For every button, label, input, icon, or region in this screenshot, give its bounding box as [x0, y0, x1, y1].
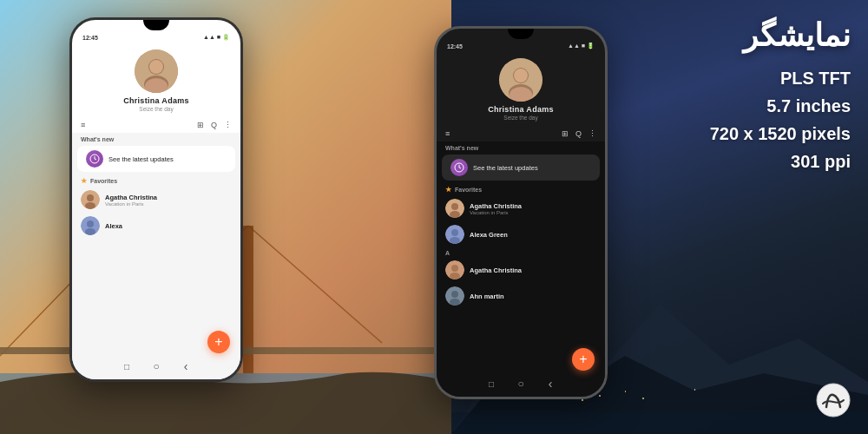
nav-home-left[interactable]: ○: [150, 360, 162, 372]
profile-section-left: Christina Adams Seize the day: [72, 43, 240, 117]
contact-info-3-right: Agatha Christina: [470, 266, 596, 274]
svg-point-36: [451, 229, 458, 236]
persian-title: نمایشگر: [710, 17, 851, 54]
contact-info-1-left: Agatha Christina Vacation in Paris: [105, 194, 232, 207]
search-icon-left[interactable]: Q: [211, 121, 217, 129]
updates-item-left[interactable]: See the latest updates: [77, 146, 235, 172]
contact-avatar-1-right: [445, 199, 464, 218]
signal-right: ▲▲ ■ 🔋: [568, 43, 595, 49]
contact-sub-1-left: Vacation in Paris: [105, 201, 232, 207]
profile-tagline-left: Seize the day: [139, 106, 173, 112]
avatar-left: [135, 49, 178, 93]
hamburger-icon-left[interactable]: ≡: [81, 121, 85, 129]
svg-rect-11: [642, 398, 644, 399]
updates-text-right: See the latest updates: [473, 164, 538, 172]
contact-info-2-right: Alexa Green: [470, 231, 596, 239]
time-right: 12:45: [447, 43, 463, 49]
profile-name-right: Christina Adams: [488, 105, 554, 114]
whats-new-header-right: What's new: [437, 141, 605, 153]
nav-home-right[interactable]: ○: [515, 378, 527, 390]
svg-point-43: [450, 299, 460, 306]
contact-avatar-3-right: [445, 260, 464, 279]
svg-point-29: [514, 69, 528, 82]
contact-item-2-left[interactable]: Alexa: [72, 213, 240, 239]
hamburger-icon-right[interactable]: ≡: [445, 129, 450, 138]
spec-size: 5.7 inches: [710, 92, 851, 120]
contact-avatar-2-right: [445, 225, 464, 244]
svg-point-33: [451, 203, 458, 210]
contact-item-2-right[interactable]: Alexa Green: [437, 221, 605, 247]
nav-back-right[interactable]: ‹: [544, 378, 556, 390]
contact-item-4-right[interactable]: Ahn martin: [437, 283, 605, 309]
svg-point-17: [149, 60, 163, 74]
more-icon-left[interactable]: ⋮: [224, 121, 232, 129]
qr-icon-right[interactable]: ⊞: [562, 129, 569, 138]
svg-line-6: [248, 226, 382, 343]
phone-frame-dark: 12:45 ▲▲ ■ 🔋 Christina Adams Seize the d…: [434, 26, 608, 399]
svg-point-40: [450, 273, 460, 279]
nav-recent-left[interactable]: □: [121, 360, 133, 372]
contact-item-1-left[interactable]: Agatha Christina Vacation in Paris: [72, 187, 240, 213]
updates-icon-right: [450, 159, 468, 176]
search-icon-right[interactable]: Q: [575, 129, 582, 138]
nav-recent-right[interactable]: □: [485, 378, 497, 390]
toolbar-left: ≡ ⊞ Q ⋮: [72, 117, 240, 133]
contact-name-3-right: Agatha Christina: [470, 266, 596, 274]
svg-point-42: [451, 291, 458, 298]
spec-ppi: 301 ppi: [710, 148, 851, 175]
logo-bottom-right: [816, 383, 851, 421]
favorites-header-left: ★ Favorites: [72, 174, 240, 187]
spec-resolution: 720 x 1520 pixels: [710, 120, 851, 148]
contact-item-1-right[interactable]: Agatha Christina Vacation in Paris: [437, 195, 605, 221]
bottom-nav-left: □ ○ ‹: [72, 360, 240, 372]
qr-icon-left[interactable]: ⊞: [197, 121, 204, 129]
contact-avatar-2-left: [81, 216, 100, 235]
svg-point-34: [450, 211, 460, 218]
favorites-header-right: ★ Favorites: [437, 182, 605, 195]
contact-name-4-right: Ahn martin: [470, 293, 596, 300]
contact-sub-1-right: Vacation in Paris: [470, 210, 596, 215]
toolbar-right: ≡ ⊞ Q ⋮: [437, 126, 605, 141]
updates-item-right[interactable]: See the latest updates: [442, 155, 600, 181]
svg-rect-8: [582, 399, 583, 401]
time-left: 12:45: [82, 35, 98, 41]
contact-avatar-1-left: [81, 190, 100, 209]
svg-point-37: [450, 237, 460, 244]
fab-left[interactable]: +: [207, 331, 230, 353]
contact-info-2-left: Alexa: [105, 222, 232, 230]
contact-info-1-right: Agatha Christina Vacation in Paris: [470, 202, 596, 215]
bottom-nav-right: □ ○ ‹: [437, 378, 605, 390]
star-icon-left: ★: [81, 177, 87, 185]
updates-icon-left: [86, 150, 103, 168]
svg-point-39: [451, 265, 458, 272]
signal-left: ▲▲ ■ 🔋: [203, 34, 230, 41]
phone-frame-light: 12:45 ▲▲ ■ 🔋 Christina Adams Seize the d…: [69, 17, 243, 382]
right-text-panel: نمایشگر PLS TFT 5.7 inches 720 x 1520 pi…: [710, 17, 851, 175]
updates-text-left: See the latest updates: [108, 155, 174, 163]
contact-item-3-right[interactable]: Agatha Christina: [437, 257, 605, 283]
avatar-right: [499, 58, 542, 102]
svg-rect-10: [625, 391, 626, 392]
svg-rect-12: [694, 389, 695, 391]
contact-name-1-left: Agatha Christina: [105, 194, 232, 201]
svg-rect-13: [451, 412, 868, 434]
spec-pls-tft: PLS TFT: [710, 64, 851, 92]
contact-name-1-right: Agatha Christina: [470, 202, 596, 210]
more-icon-right[interactable]: ⋮: [589, 129, 596, 138]
phone-left: 12:45 ▲▲ ■ 🔋 Christina Adams Seize the d…: [69, 17, 243, 382]
profile-section-right: Christina Adams Seize the day: [437, 51, 605, 126]
fab-right[interactable]: +: [572, 348, 595, 371]
contact-name-2-left: Alexa: [105, 222, 232, 230]
svg-point-24: [87, 220, 94, 227]
svg-point-25: [85, 228, 95, 235]
profile-name-left: Christina Adams: [123, 96, 189, 105]
contact-info-4-right: Ahn martin: [470, 293, 596, 300]
svg-point-21: [87, 194, 94, 201]
svg-point-44: [817, 384, 850, 417]
svg-point-22: [85, 202, 95, 209]
contact-name-2-right: Alexa Green: [470, 231, 596, 239]
nav-back-left[interactable]: ‹: [180, 360, 192, 372]
star-icon-right: ★: [445, 186, 451, 194]
profile-tagline-right: Seize the day: [503, 115, 537, 121]
whats-new-header-left: What's new: [72, 133, 240, 144]
